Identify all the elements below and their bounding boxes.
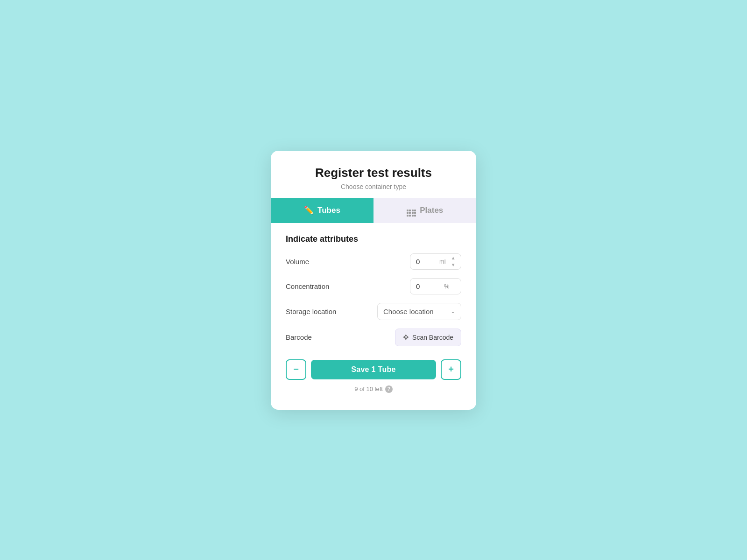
barcode-row: Barcode ✥ Scan Barcode <box>286 329 461 346</box>
volume-unit: ml <box>437 258 448 265</box>
counter-area: 9 of 10 left ? <box>271 385 476 393</box>
tab-tubes-label: Tubes <box>317 206 340 215</box>
barcode-label: Barcode <box>286 333 312 341</box>
save-button[interactable]: Save 1 Tube <box>311 360 436 379</box>
container-type-tabs: ✏️ Tubes Plates <box>271 198 476 223</box>
concentration-input-group: % <box>410 278 461 294</box>
section-title: Indicate attributes <box>286 234 461 244</box>
counter-text: 9 of 10 left <box>354 385 383 392</box>
storage-location-label: Storage location <box>286 308 336 315</box>
storage-location-select[interactable]: Choose location ⌄ <box>377 303 461 320</box>
concentration-row: Concentration % <box>286 278 461 294</box>
volume-input[interactable] <box>410 254 437 269</box>
tab-tubes[interactable]: ✏️ Tubes <box>271 198 374 223</box>
modal-title: Register test results <box>286 166 461 180</box>
concentration-input[interactable] <box>410 279 444 294</box>
modal-subtitle: Choose container type <box>286 183 461 190</box>
tab-plates[interactable]: Plates <box>374 198 476 223</box>
concentration-unit: % <box>444 283 453 290</box>
volume-stepper: ▲ ▼ <box>448 254 458 268</box>
modal-header: Register test results Choose container t… <box>271 151 476 198</box>
pencil-icon: ✏️ <box>304 205 314 215</box>
storage-location-row: Storage location Choose location ⌄ <box>286 303 461 320</box>
help-icon[interactable]: ? <box>385 385 393 393</box>
plate-grid-icon <box>407 204 416 217</box>
volume-row: Volume ml ▲ ▼ <box>286 253 461 270</box>
volume-label: Volume <box>286 258 309 266</box>
decrement-count-button[interactable]: − <box>286 359 306 380</box>
scan-barcode-button[interactable]: ✥ Scan Barcode <box>395 329 461 346</box>
increment-count-button[interactable]: + <box>441 359 461 380</box>
concentration-label: Concentration <box>286 282 329 290</box>
tab-plates-label: Plates <box>420 206 443 215</box>
location-placeholder: Choose location <box>383 308 434 315</box>
bottom-controls: − Save 1 Tube + <box>286 359 461 380</box>
volume-decrement[interactable]: ▼ <box>451 261 456 268</box>
register-modal: Register test results Choose container t… <box>271 151 476 410</box>
scan-barcode-label: Scan Barcode <box>412 334 453 341</box>
volume-increment[interactable]: ▲ <box>451 254 456 261</box>
chevron-down-icon: ⌄ <box>451 308 455 315</box>
barcode-icon: ✥ <box>403 333 409 342</box>
volume-input-group: ml ▲ ▼ <box>410 253 461 270</box>
modal-body: Indicate attributes Volume ml ▲ ▼ Concen… <box>271 223 476 346</box>
